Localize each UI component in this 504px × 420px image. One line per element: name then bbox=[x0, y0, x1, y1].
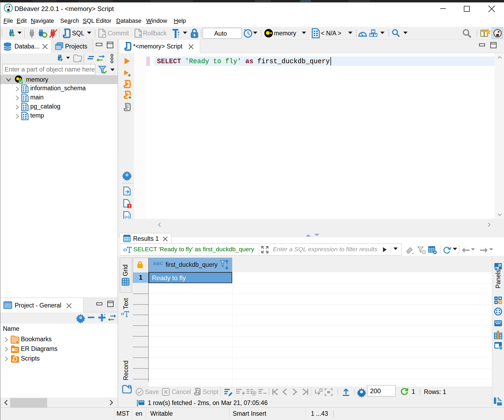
svg-text:{x}: {x} bbox=[125, 215, 129, 219]
